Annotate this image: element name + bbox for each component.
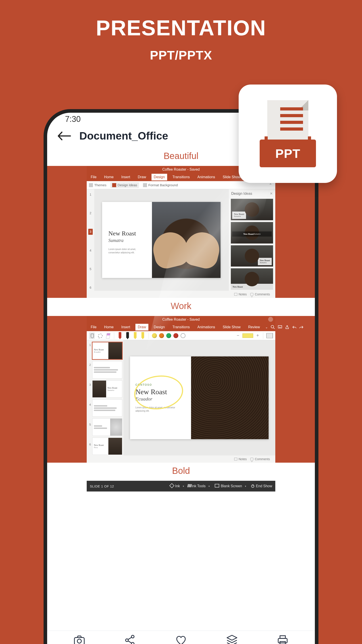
thumb-numbers: 1 2 3 4 5 6 (88, 341, 92, 454)
collapse-ribbon-icon[interactable]: ⌃ (269, 183, 272, 188)
editor-body: 1 2 3 4 5 6 New Roast Sumatra Lorem ipsu… (87, 189, 275, 291)
editor-footer: Notes Comments (87, 456, 275, 463)
ruler-tool[interactable] (266, 333, 273, 338)
nav-bookmark[interactable]: Bookmark (163, 634, 199, 644)
stroke-thicker[interactable]: + (255, 334, 260, 338)
slide-thumb-4[interactable] (92, 400, 122, 416)
design-ideas-header: Design Ideas × (229, 189, 275, 198)
window-title: Coffee Roaster - Saved (162, 168, 200, 172)
present-icon[interactable] (278, 325, 282, 330)
stroke-thinner[interactable]: − (236, 334, 240, 338)
ribbon-tab-animations[interactable]: Animations (195, 174, 217, 180)
undo-icon[interactable] (292, 325, 297, 330)
ribbon-tab-file[interactable]: File (88, 174, 99, 180)
search-icon[interactable] (271, 325, 275, 330)
chevron-down-icon[interactable]: ⌄ (265, 325, 268, 329)
slide-thumb-2[interactable] (92, 361, 122, 378)
rail-num[interactable]: 6 (90, 285, 91, 291)
highlighter-yellow-2[interactable] (140, 332, 145, 339)
ink-tools-icon (189, 484, 190, 488)
ink-menu[interactable]: Ink (170, 484, 184, 488)
color-orange[interactable] (159, 333, 164, 338)
nav-shortcut[interactable]: Shortcut (214, 634, 250, 644)
ribbon-tab-transitions[interactable]: Transitions (170, 324, 192, 330)
comments-toggle[interactable]: Comments (250, 292, 270, 296)
card-band-2: Coffee Roaster - Saved File Home Insert … (47, 316, 315, 463)
draw-toolbar: − + (87, 331, 275, 340)
svg-point-2 (271, 325, 274, 328)
ribbon-tab-insert[interactable]: Insert (119, 174, 132, 180)
color-more[interactable] (181, 333, 185, 338)
ink-tools-menu[interactable]: Ink Tools (189, 484, 210, 488)
select-tool[interactable] (89, 332, 95, 339)
svg-rect-9 (278, 638, 287, 643)
slide-number-rail: 1 2 3 4 5 6 (87, 189, 94, 291)
color-yellow[interactable] (152, 333, 157, 338)
rail-num[interactable]: 5 (90, 266, 91, 272)
slide-canvas[interactable]: New Roast Sumatra Lorem ipsum dolor sit … (94, 189, 228, 291)
sub-themes[interactable]: Themes (89, 183, 106, 187)
rail-num[interactable]: 1 (90, 192, 91, 198)
ribbon-tab-draw[interactable]: Draw (135, 174, 148, 180)
pen-black[interactable] (125, 332, 130, 339)
slide-thumb-5[interactable] (92, 418, 122, 435)
rail-num-active[interactable]: 3 (88, 229, 93, 235)
lasso-tool[interactable] (97, 332, 103, 339)
close-icon[interactable]: × (270, 191, 273, 196)
color-green[interactable] (166, 333, 171, 338)
design-ideas-title: Design Ideas (231, 192, 252, 196)
window-titlebar: Coffee Roaster - Saved (87, 316, 275, 323)
ribbon-right: ⌄ (265, 325, 304, 330)
slide-canvas[interactable]: CONTOSO New Roast Ecuador Lorem ipsum do… (123, 340, 275, 456)
thumb-num: 6 (89, 443, 91, 446)
ribbon-tab-design[interactable]: Design (151, 174, 167, 180)
sub-format-background[interactable]: Format Background (143, 183, 178, 187)
blank-screen-menu[interactable]: Blank Screen (215, 484, 246, 488)
slide-thumb-3[interactable]: New RoastSumatra (92, 380, 122, 397)
color-red[interactable] (173, 333, 178, 338)
app-title: Document_Office (79, 130, 168, 142)
ribbon-tab-review[interactable]: Review (246, 324, 262, 330)
redo-icon[interactable] (299, 325, 304, 330)
back-icon[interactable] (57, 131, 71, 141)
design-ideas-list[interactable]: New RoastSumatra New RoastSumatra New Ro… (229, 198, 275, 291)
ribbon-tab-design[interactable]: Design (151, 324, 167, 330)
highlighter-yellow[interactable] (132, 332, 138, 339)
eraser-tool[interactable] (105, 332, 111, 339)
bottom-nav: Screenshot Share Bookmark Shortcut Print (47, 630, 315, 644)
slide-counter: SLIDE 1 OF 12 (90, 484, 114, 488)
window-close-icon[interactable] (268, 317, 273, 322)
design-idea-item[interactable]: New RoastSumatra (231, 199, 273, 220)
svg-point-7 (131, 635, 134, 638)
thumb-num: 1 (89, 343, 91, 346)
ribbon-tab-insert[interactable]: Insert (119, 324, 132, 330)
ribbon-tab-transitions[interactable]: Transitions (170, 174, 192, 180)
notes-toggle[interactable]: Notes (234, 292, 247, 296)
ribbon-tab-draw[interactable]: Draw (135, 324, 148, 330)
design-idea-item[interactable]: New RoastSumatra (231, 245, 273, 267)
comments-toggle[interactable]: Comments (250, 457, 270, 461)
sub-design-ideas[interactable]: Design Ideas (110, 182, 139, 188)
section-heading-work: Work (47, 298, 315, 316)
design-idea-item[interactable]: New Roast (231, 268, 273, 290)
ribbon-tab-home[interactable]: Home (102, 174, 116, 180)
nav-share[interactable]: Share (112, 634, 148, 644)
notes-toggle[interactable]: Notes (234, 457, 247, 461)
rail-num[interactable]: 4 (90, 247, 91, 253)
mini-window-design: Coffee Roaster - Saved File Home Insert … (87, 166, 275, 298)
slide-thumb-1[interactable]: New RoastEcuador (92, 342, 122, 359)
slide-thumb-6[interactable]: New RoastPeru (92, 438, 122, 454)
ribbon-tab-home[interactable]: Home (102, 324, 116, 330)
ribbon-tab-animations[interactable]: Animations (195, 324, 217, 330)
ribbon-tab-file[interactable]: File (88, 324, 99, 330)
share-icon[interactable] (285, 325, 289, 330)
nav-screenshot[interactable]: Screenshot (61, 634, 97, 644)
nav-print[interactable]: Print (265, 634, 301, 644)
hero: PRESENTATION PPT/PPTX (0, 0, 362, 71)
design-ideas-pane: Design Ideas × New RoastSumatra New Roas… (228, 189, 275, 291)
rail-num[interactable]: 2 (90, 210, 91, 216)
design-idea-item[interactable]: New RoastSumatra (231, 222, 273, 244)
ribbon-tab-slideshow[interactable]: Slide Show (220, 324, 243, 330)
pen-red[interactable] (117, 332, 123, 339)
end-show-button[interactable]: End Show (251, 484, 272, 488)
